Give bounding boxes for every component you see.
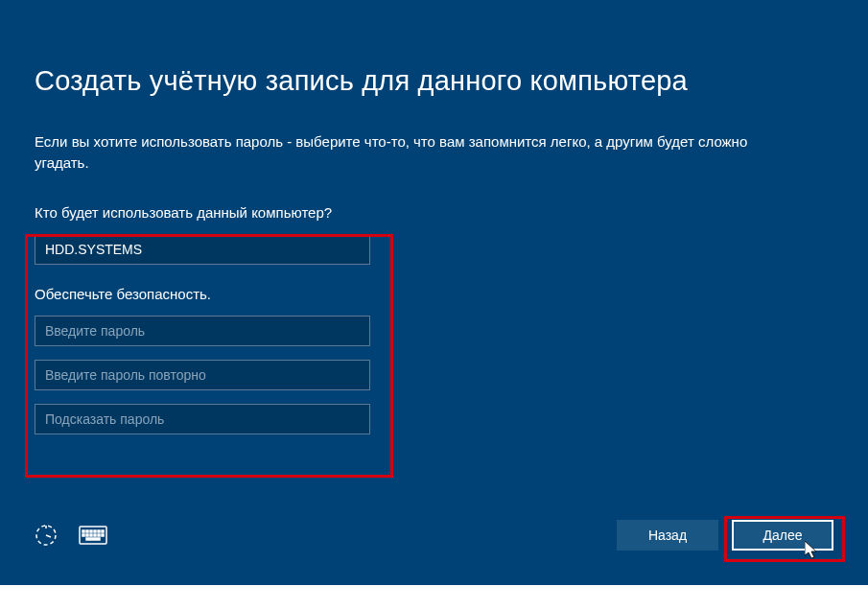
content-area: Создать учётную запись для данного компь… — [0, 0, 868, 434]
footer-bar: Назад Далее — [35, 520, 833, 551]
password-hint-input[interactable] — [35, 404, 370, 434]
page-description: Если вы хотите использовать пароль - выб… — [35, 131, 763, 174]
svg-rect-14 — [86, 538, 100, 540]
svg-rect-2 — [82, 530, 84, 532]
svg-rect-11 — [94, 534, 96, 536]
footer-tools — [35, 524, 107, 547]
footer-buttons: Назад Далее — [617, 520, 833, 551]
password-input[interactable] — [35, 316, 370, 346]
next-button[interactable]: Далее — [732, 520, 833, 551]
svg-rect-8 — [82, 534, 84, 536]
password-confirm-input[interactable] — [35, 360, 370, 390]
secure-label: Обеспечьте безопасность. — [35, 286, 833, 302]
oobe-screen: Создать учётную запись для данного компь… — [0, 0, 868, 585]
svg-rect-13 — [102, 534, 104, 536]
svg-rect-3 — [86, 530, 88, 532]
svg-rect-9 — [86, 534, 88, 536]
svg-rect-12 — [98, 534, 100, 536]
svg-rect-6 — [98, 530, 100, 532]
on-screen-keyboard-icon[interactable] — [79, 526, 107, 545]
svg-rect-10 — [90, 534, 92, 536]
password-fields — [35, 316, 833, 434]
page-title: Создать учётную запись для данного компь… — [35, 65, 833, 97]
ease-of-access-icon[interactable] — [35, 524, 58, 547]
username-input[interactable] — [35, 234, 370, 265]
svg-rect-7 — [102, 530, 104, 532]
who-uses-label: Кто будет использовать данный компьютер? — [35, 204, 833, 221]
svg-rect-5 — [94, 530, 96, 532]
svg-rect-4 — [90, 530, 92, 532]
back-button[interactable]: Назад — [617, 520, 718, 551]
